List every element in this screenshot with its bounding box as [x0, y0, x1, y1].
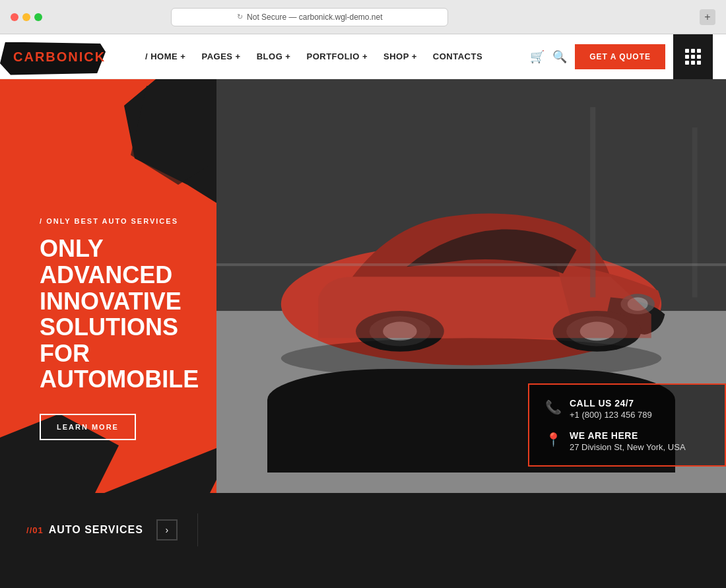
nav-icons: 🛒 🔍 [530, 49, 567, 64]
minimize-button[interactable] [22, 13, 30, 21]
logo-area[interactable]: CARBONICK [13, 50, 119, 63]
grid-icon [685, 49, 701, 65]
nav-item-contacts[interactable]: Contacts [426, 46, 489, 67]
svg-rect-15 [216, 263, 726, 266]
nav-menu: / Home + Pages + Blog + Portfolio + Shop… [139, 46, 530, 67]
location-info-text: We are Here 27 Division St, New York, US… [570, 430, 686, 452]
nav-item-shop[interactable]: Shop + [377, 46, 424, 67]
services-number: //01 [26, 525, 44, 535]
services-number-text: /01 [30, 525, 44, 535]
website: CARBONICK / Home + Pages + Blog + Portfo… [0, 34, 726, 567]
hero-title-line2: Innovative Solutions [40, 288, 182, 341]
close-button[interactable] [11, 13, 18, 21]
info-box: 📞 Call Us 24/7 +1 (800) 123 456 789 📍 We… [528, 383, 726, 467]
browser-chrome: ↻ Not Secure — carbonick.wgl-demo.net + [0, 0, 726, 34]
splatter-top [124, 79, 216, 211]
hero-title-line1: Only Advanced [40, 235, 172, 288]
services-label: //01 Auto Services › [26, 519, 178, 540]
phone-icon: 📞 [545, 399, 562, 415]
services-label-inner: //01 Auto Services [26, 524, 143, 536]
address-bar[interactable]: ↻ Not Secure — carbonick.wgl-demo.net [171, 8, 448, 26]
svg-rect-13 [590, 107, 595, 297]
phone-label: Call Us 24/7 [570, 398, 652, 408]
learn-more-button[interactable]: LEARN MORE [40, 414, 136, 440]
services-title: Auto Services [49, 524, 143, 536]
services-arrow-button[interactable]: › [156, 519, 178, 540]
location-label: We are Here [570, 430, 686, 441]
phone-info-item: 📞 Call Us 24/7 +1 (800) 123 456 789 [545, 398, 709, 420]
nav-item-portfolio[interactable]: Portfolio + [300, 46, 374, 67]
hero-section: ONLY BEST AUTO SERVICES Only Advanced In… [0, 79, 726, 493]
svg-rect-14 [692, 127, 698, 297]
nav-item-pages[interactable]: Pages + [195, 46, 247, 67]
search-icon[interactable]: 🔍 [552, 49, 567, 64]
phone-number: +1 (800) 123 456 789 [570, 410, 652, 420]
new-tab-button[interactable]: + [700, 9, 715, 25]
refresh-icon[interactable]: ↻ [237, 13, 243, 21]
traffic-lights [11, 13, 42, 21]
get-quote-button[interactable]: GET A QUOTE [575, 44, 665, 69]
phone-info-text: Call Us 24/7 +1 (800) 123 456 789 [570, 398, 652, 420]
hero-title: Only Advanced Innovative Solutions for A… [40, 236, 183, 393]
logo-inner: CARBONICK [13, 50, 106, 63]
hero-subtitle: ONLY BEST AUTO SERVICES [40, 217, 183, 225]
url-text: Not Secure — carbonick.wgl-demo.net [247, 13, 382, 22]
nav-item-home[interactable]: / Home + [139, 46, 192, 67]
nav-item-blog[interactable]: Blog + [250, 46, 298, 67]
vertical-divider [197, 513, 198, 546]
apps-grid-button[interactable] [673, 34, 713, 79]
location-address: 27 Division St, New York, USA [570, 442, 686, 452]
maximize-button[interactable] [34, 13, 42, 21]
hero-title-line3: for Automobile [40, 340, 199, 393]
hero-right-panel: 📞 Call Us 24/7 +1 (800) 123 456 789 📍 We… [216, 79, 726, 493]
logo-text: CARBONICK [13, 50, 106, 63]
hero-left-panel: ONLY BEST AUTO SERVICES Only Advanced In… [0, 79, 216, 493]
svg-point-12 [281, 338, 661, 379]
bottom-bar: //01 Auto Services › [0, 493, 726, 567]
location-icon: 📍 [545, 432, 562, 447]
location-info-item: 📍 We are Here 27 Division St, New York, … [545, 430, 709, 452]
navigation-bar: CARBONICK / Home + Pages + Blog + Portfo… [0, 34, 726, 79]
logo-wrapper: CARBONICK [13, 50, 106, 63]
cart-icon[interactable]: 🛒 [530, 49, 544, 64]
